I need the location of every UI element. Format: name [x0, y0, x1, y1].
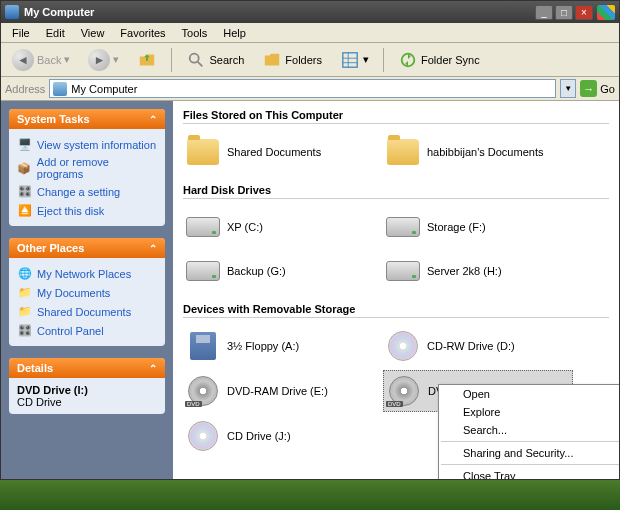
- dvd-icon: [389, 376, 419, 406]
- folder-icon: 📁: [17, 304, 32, 319]
- views-icon: [340, 50, 360, 70]
- window-body: System Tasks ⌃ 🖥️View system information…: [1, 101, 619, 479]
- forward-arrow-icon: ►: [88, 49, 110, 71]
- place-controlpanel[interactable]: 🎛️Control Panel: [17, 321, 157, 340]
- windows-flag-icon: [597, 5, 615, 20]
- go-label: Go: [600, 83, 615, 95]
- separator: [441, 441, 619, 442]
- views-button[interactable]: ▾: [333, 46, 376, 74]
- search-label: Search: [209, 54, 244, 66]
- item-user-docs[interactable]: habibbijan's Documents: [383, 132, 573, 172]
- collapse-icon: ⌃: [149, 363, 157, 374]
- panel-title: Details: [17, 362, 53, 374]
- drive-c[interactable]: XP (C:): [183, 207, 373, 247]
- drive-a-floppy[interactable]: 3½ Floppy (A:): [183, 326, 373, 366]
- drive-icon: [186, 217, 220, 237]
- menu-file[interactable]: File: [5, 25, 37, 41]
- drive-icon: [186, 261, 220, 281]
- menu-favorites[interactable]: Favorites: [113, 25, 172, 41]
- panel-header[interactable]: Other Places ⌃: [9, 238, 165, 258]
- item-shared-docs[interactable]: Shared Documents: [183, 132, 373, 172]
- go-button[interactable]: → Go: [580, 80, 615, 97]
- chevron-down-icon: ▾: [363, 53, 369, 66]
- separator: [383, 48, 384, 72]
- panel-header[interactable]: System Tasks ⌃: [9, 109, 165, 129]
- address-input[interactable]: My Computer: [49, 79, 556, 98]
- drive-j-cd[interactable]: CD Drive (J:): [183, 416, 373, 456]
- panel-other-places: Other Places ⌃ 🌐My Network Places 📁My Do…: [9, 238, 165, 346]
- ctx-explore[interactable]: Explore: [439, 403, 619, 421]
- place-shared[interactable]: 📁Shared Documents: [17, 302, 157, 321]
- dvd-icon: [188, 376, 218, 406]
- ctx-search[interactable]: Search...: [439, 421, 619, 439]
- folders-button[interactable]: Folders: [255, 46, 329, 74]
- details-name: DVD Drive (I:): [17, 384, 157, 396]
- drive-f[interactable]: Storage (F:): [383, 207, 573, 247]
- place-mydocs[interactable]: 📁My Documents: [17, 283, 157, 302]
- drive-e-dvdram[interactable]: DVD-RAM Drive (E:): [183, 370, 373, 412]
- content-area: Files Stored on This Computer Shared Doc…: [173, 101, 619, 479]
- menu-edit[interactable]: Edit: [39, 25, 72, 41]
- folder-sync-button[interactable]: Folder Sync: [391, 46, 487, 74]
- ctx-sharing[interactable]: Sharing and Security...: [439, 444, 619, 462]
- context-menu: Open Explore Search... Sharing and Secur…: [438, 384, 619, 479]
- chevron-down-icon: ▾: [113, 53, 119, 66]
- toolbar: ◄ Back ▾ ► ▾ Search Folders: [1, 43, 619, 77]
- titlebar[interactable]: My Computer _ □ ×: [1, 1, 619, 23]
- back-arrow-icon: ◄: [12, 49, 34, 71]
- explorer-window: My Computer _ □ × File Edit View Favorit…: [0, 0, 620, 480]
- menu-view[interactable]: View: [74, 25, 112, 41]
- settings-icon: 🎛️: [17, 184, 32, 199]
- folder-icon: 📁: [17, 285, 32, 300]
- drive-icon: [386, 217, 420, 237]
- desktop-wallpaper: [0, 480, 620, 510]
- drive-icon: [386, 261, 420, 281]
- place-network[interactable]: 🌐My Network Places: [17, 264, 157, 283]
- drive-h[interactable]: Server 2k8 (H:): [383, 251, 573, 291]
- details-type: CD Drive: [17, 396, 157, 408]
- task-addremove[interactable]: 📦Add or remove programs: [17, 154, 157, 182]
- drives-grid: XP (C:) Storage (F:) Backup (G:) Server …: [183, 207, 609, 291]
- computer-icon: [53, 82, 67, 96]
- menu-tools[interactable]: Tools: [175, 25, 215, 41]
- go-arrow-icon: →: [580, 80, 597, 97]
- folder-sync-label: Folder Sync: [421, 54, 480, 66]
- cd-icon: [388, 331, 418, 361]
- panel-system-tasks: System Tasks ⌃ 🖥️View system information…: [9, 109, 165, 226]
- section-header-drives: Hard Disk Drives: [183, 182, 609, 199]
- folders-icon: [262, 50, 282, 70]
- floppy-icon: [190, 332, 216, 360]
- up-button[interactable]: [130, 46, 164, 74]
- forward-button: ► ▾: [81, 45, 126, 75]
- drive-g[interactable]: Backup (G:): [183, 251, 373, 291]
- section-header-removable: Devices with Removable Storage: [183, 301, 609, 318]
- svg-rect-1: [343, 52, 357, 66]
- back-label: Back: [37, 54, 61, 66]
- menu-help[interactable]: Help: [216, 25, 253, 41]
- address-dropdown[interactable]: ▼: [560, 79, 576, 98]
- task-changesetting[interactable]: 🎛️Change a setting: [17, 182, 157, 201]
- drive-d-cdrw[interactable]: CD-RW Drive (D:): [383, 326, 573, 366]
- separator: [441, 464, 619, 465]
- panel-header[interactable]: Details ⌃: [9, 358, 165, 378]
- chevron-down-icon: ▾: [64, 53, 70, 66]
- task-sysinfo[interactable]: 🖥️View system information: [17, 135, 157, 154]
- address-label: Address: [5, 83, 45, 95]
- collapse-icon: ⌃: [149, 114, 157, 125]
- search-button[interactable]: Search: [179, 46, 251, 74]
- panel-details: Details ⌃ DVD Drive (I:) CD Drive: [9, 358, 165, 414]
- collapse-icon: ⌃: [149, 243, 157, 254]
- back-button: ◄ Back ▾: [5, 45, 77, 75]
- ctx-closetray[interactable]: Close Tray: [439, 467, 619, 479]
- details-content: DVD Drive (I:) CD Drive: [17, 384, 157, 408]
- maximize-button[interactable]: □: [555, 5, 573, 20]
- close-button[interactable]: ×: [575, 5, 593, 20]
- task-eject[interactable]: ⏏️Eject this disk: [17, 201, 157, 220]
- minimize-button[interactable]: _: [535, 5, 553, 20]
- address-value: My Computer: [71, 83, 137, 95]
- ctx-open[interactable]: Open: [439, 385, 619, 403]
- panel-title: System Tasks: [17, 113, 90, 125]
- info-icon: 🖥️: [17, 137, 32, 152]
- control-panel-icon: 🎛️: [17, 323, 32, 338]
- window-title: My Computer: [24, 6, 535, 18]
